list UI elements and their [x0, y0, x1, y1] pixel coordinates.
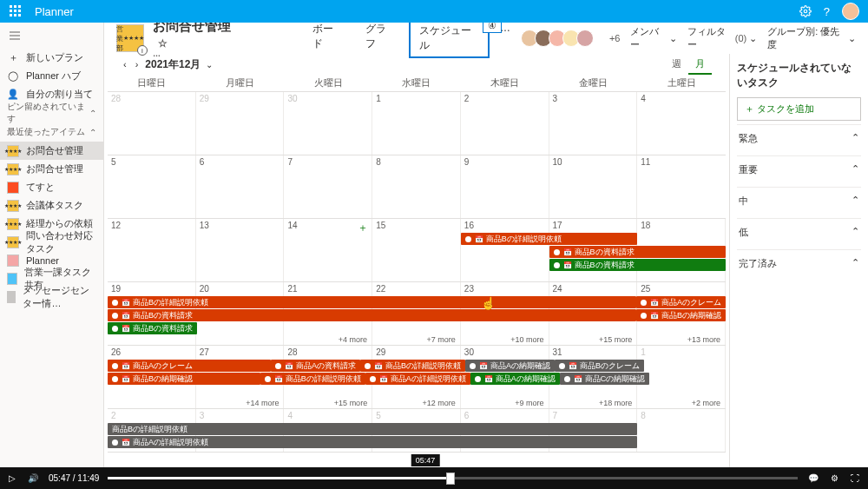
more-link[interactable]: +9 more: [461, 399, 549, 407]
more-link[interactable]: +15 more: [284, 399, 372, 407]
unscheduled-header: スケジュールされていないタスク: [737, 61, 861, 90]
svg-rect-5: [18, 10, 21, 12]
more-link[interactable]: +15 more: [549, 335, 638, 344]
task-bar[interactable]: 📅商品Cの納期確認: [560, 373, 650, 385]
nav-label: メッセージセンター情…: [23, 284, 96, 310]
fullscreen-icon[interactable]: ⛶: [849, 472, 861, 485]
task-bar[interactable]: 📅商品Aのクレーム: [636, 296, 726, 308]
task-bar[interactable]: 📅商品Bの資料請求: [108, 322, 197, 334]
calendar-cell[interactable]: 28: [108, 92, 196, 155]
nav-item[interactable]: てすと: [0, 178, 103, 196]
task-bar[interactable]: 📅商品Aの資料請求: [271, 360, 360, 372]
more-link[interactable]: +7 more: [372, 335, 461, 344]
task-bar[interactable]: 📅商品Bの資料請求: [108, 309, 636, 321]
waffle-icon[interactable]: [9, 4, 23, 18]
player-settings-icon[interactable]: ⚙: [829, 472, 840, 485]
bucket-done[interactable]: 完了済み⌃: [737, 249, 861, 277]
calendar-cell[interactable]: 3: [549, 92, 638, 155]
filter-dropdown[interactable]: フィルター(0)⌄: [687, 25, 757, 51]
member-avatars[interactable]: [524, 30, 594, 47]
nav-recent-section[interactable]: 最近使ったアイテム⌃: [0, 122, 103, 142]
nav-item[interactable]: ★★★★お問合せ管理: [0, 142, 103, 160]
more-link[interactable]: +12 more: [372, 399, 461, 407]
task-bar[interactable]: 商品Bの詳細説明依頼: [108, 423, 637, 435]
info-badge-icon[interactable]: i: [137, 45, 148, 56]
task-bar[interactable]: 📅商品Aの詳細説明依頼: [108, 436, 637, 448]
hamburger-icon[interactable]: [0, 23, 103, 49]
calendar-cell[interactable]: 29: [196, 92, 285, 155]
nav-item[interactable]: ★★★★会議体タスク: [0, 196, 103, 215]
next-month-icon[interactable]: ›: [134, 57, 141, 71]
task-bar[interactable]: 📅商品Aのクレーム: [108, 360, 271, 372]
nav-item[interactable]: ★★★★お問合せ管理: [0, 160, 103, 178]
play-icon[interactable]: ▷: [7, 472, 17, 485]
nav-hub[interactable]: ◯Planner ハブ: [0, 67, 103, 85]
plan-icon: ★★★★: [7, 236, 19, 248]
bucket-low[interactable]: 低⌃: [737, 218, 861, 246]
volume-icon[interactable]: 🔊: [26, 472, 40, 485]
calendar-cell[interactable]: 11: [637, 155, 726, 218]
calendar-grid: 28 29 30 1 2 3 4 5 6 7 8 9: [108, 92, 726, 467]
more-link[interactable]: +10 more: [461, 335, 549, 344]
nav-item[interactable]: メッセージセンター情…: [0, 287, 103, 306]
calendar: ‹ › 2021年12月 ⌄ 週 月 日曜日月曜日火曜日水曜日木曜日金曜日土曜日…: [104, 54, 729, 467]
task-bar[interactable]: 📅商品Bの資料請求: [549, 259, 726, 271]
task-bar[interactable]: 📅商品Bの詳細説明依頼: [360, 360, 465, 372]
calendar-cell[interactable]: 6: [196, 155, 285, 218]
calendar-cell[interactable]: 4: [637, 92, 726, 155]
calendar-cell[interactable]: 5: [108, 155, 196, 218]
cc-icon[interactable]: 💬: [806, 472, 820, 485]
mode-month[interactable]: 月: [688, 55, 712, 75]
task-bar[interactable]: 📅商品Bの詳細説明依頼: [108, 296, 636, 308]
tab-board[interactable]: ボード: [304, 23, 351, 58]
calendar-cell[interactable]: 7: [284, 155, 372, 218]
add-task-button[interactable]: ＋ タスクを追加: [737, 97, 861, 121]
seek-knob[interactable]: [446, 472, 455, 485]
calendar-month[interactable]: 2021年12月: [145, 57, 201, 72]
svg-rect-1: [14, 5, 16, 8]
settings-icon[interactable]: [799, 5, 812, 17]
person-icon: 👤: [7, 89, 19, 101]
more-link[interactable]: +18 more: [549, 399, 638, 407]
mode-week[interactable]: 週: [665, 55, 688, 75]
plan-title: お問合せ管理☆…: [153, 23, 243, 58]
task-bar[interactable]: 📅商品Bの資料請求: [549, 246, 726, 258]
help-icon[interactable]: ?: [824, 5, 830, 18]
svg-rect-0: [10, 5, 12, 8]
bucket-medium[interactable]: 中⌃: [737, 187, 861, 215]
nav-new-plan[interactable]: ＋新しいプラン: [0, 49, 103, 67]
nav-item[interactable]: ★★★★問い合わせ対応タスク: [0, 233, 103, 251]
task-bar[interactable]: 📅商品Bのクレーム: [555, 360, 644, 372]
favorite-icon[interactable]: ☆: [158, 37, 168, 50]
user-avatar[interactable]: [842, 3, 859, 20]
bucket-important[interactable]: 重要⌃: [737, 155, 861, 183]
task-bar[interactable]: 📅商品Bの詳細説明依頼: [260, 373, 365, 385]
members-dropdown[interactable]: メンバー⌄: [630, 25, 677, 51]
plan-icon: [7, 182, 19, 194]
more-link[interactable]: +13 more: [637, 335, 726, 344]
plus-icon: ＋: [7, 52, 19, 64]
calendar-week: 19 20 21 22 23 24 25 📅商品Bの詳細説明依頼 📅商品Aのクレ…: [108, 282, 726, 346]
calendar-cell[interactable]: 8: [372, 155, 461, 218]
calendar-cell[interactable]: 9: [461, 155, 549, 218]
calendar-cell[interactable]: 2: [461, 92, 549, 155]
task-bar[interactable]: 📅商品Bの納期確認: [636, 309, 726, 321]
task-bar[interactable]: 📅商品Aの詳細説明依頼: [365, 373, 470, 385]
prev-month-icon[interactable]: ‹: [122, 57, 128, 71]
calendar-cell[interactable]: 10: [549, 155, 638, 218]
seek-bar[interactable]: [108, 477, 798, 479]
bucket-urgent[interactable]: 緊急⌃: [737, 124, 861, 152]
tab-schedule[interactable]: スケジュール: [409, 23, 490, 58]
calendar-cell[interactable]: 30: [284, 92, 372, 155]
task-bar[interactable]: 📅商品Bの詳細説明依頼: [461, 233, 637, 245]
task-bar[interactable]: 📅商品Aの納期確認: [470, 373, 560, 385]
more-link[interactable]: +4 more: [284, 335, 372, 344]
task-bar[interactable]: 📅商品Bの納期確認: [108, 373, 260, 385]
tab-chart[interactable]: グラフ: [357, 23, 404, 58]
group-dropdown[interactable]: グループ別: 優先度⌄: [767, 25, 856, 51]
calendar-cell[interactable]: 1: [372, 92, 461, 155]
more-link[interactable]: +14 more: [196, 399, 285, 407]
more-link[interactable]: +2 more: [637, 399, 726, 407]
task-bar[interactable]: 📅商品Aの納期確認: [465, 360, 555, 372]
nav-pinned-section[interactable]: ピン留めされています⌃: [0, 103, 103, 122]
